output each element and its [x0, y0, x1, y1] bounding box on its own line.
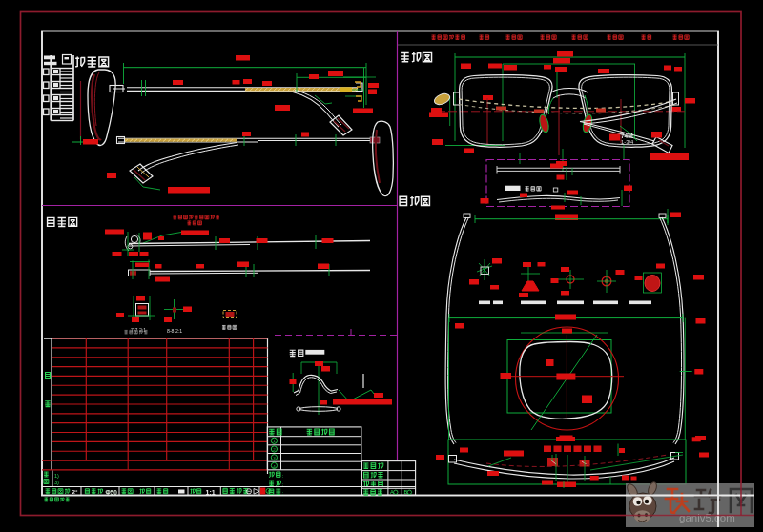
svg-text:Φ50: Φ50	[106, 489, 118, 496]
svg-text:8-8 2:1: 8-8 2:1	[167, 328, 182, 334]
svg-text:1): 1)	[54, 473, 59, 479]
svg-text:1-3/4: 1-3/4	[621, 139, 634, 145]
svg-text:ganiv5.com: ganiv5.com	[679, 512, 735, 523]
svg-text:3): 3)	[54, 480, 59, 485]
svg-text:7-7 2:1: 7-7 2:1	[131, 327, 146, 333]
svg-text:2°: 2°	[72, 488, 78, 495]
svg-text:74M: 74M	[621, 133, 633, 139]
svg-text:1:1: 1:1	[206, 489, 216, 496]
